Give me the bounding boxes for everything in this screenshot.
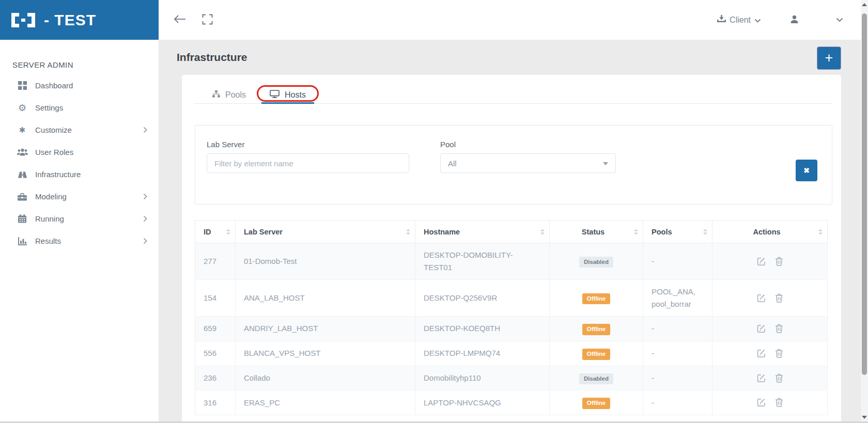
column-header-id[interactable]: ID	[195, 221, 236, 243]
delete-host-button[interactable]	[775, 293, 783, 304]
edit-host-button[interactable]	[756, 398, 766, 409]
host-lab-server: BLANCA_VPS_HOST	[236, 341, 415, 366]
trash-icon	[775, 324, 783, 335]
chevron-right-icon	[143, 215, 147, 222]
pool-select-value: All	[448, 159, 457, 168]
edit-icon	[756, 324, 766, 335]
sidebar-item-settings[interactable]: ⚙Settings	[0, 97, 159, 119]
cog-icon: ✱	[16, 126, 28, 134]
column-label: Lab Server	[244, 228, 283, 236]
tab-hosts[interactable]: Hosts	[261, 87, 314, 103]
sort-icon	[540, 229, 545, 234]
column-header-pools[interactable]: Pools	[643, 221, 712, 243]
host-hostname: DESKTOP-KOEQ8TH	[415, 317, 550, 341]
delete-host-button[interactable]	[775, 349, 783, 359]
edit-icon	[756, 293, 766, 304]
trash-icon	[775, 257, 783, 268]
download-icon	[717, 15, 726, 25]
topbar: Client	[159, 0, 861, 40]
column-label: ID	[204, 228, 211, 236]
edit-icon	[756, 398, 766, 409]
status-badge: Offline	[582, 293, 610, 305]
clear-filters-button[interactable]: ✖	[796, 160, 817, 181]
chevron-right-icon	[143, 193, 147, 200]
host-hostname: LAPTOP-NHVCSAQG	[415, 390, 550, 415]
sidebar-item-dashboard[interactable]: Dashboard	[0, 74, 159, 97]
host-lab-server: ANDRIY_LAB_HOST	[236, 317, 415, 341]
edit-icon	[756, 373, 766, 384]
brand-logo[interactable]: - TEST	[0, 0, 159, 40]
client-dropdown[interactable]: Client	[717, 15, 761, 25]
sidebar-item-label: Running	[35, 214, 64, 223]
host-id: 316	[195, 390, 236, 415]
edit-host-button[interactable]	[756, 257, 766, 268]
pool-select[interactable]: All	[440, 153, 616, 173]
sidebar: - TEST SERVER ADMIN Dashboard⚙Settings✱C…	[0, 0, 159, 423]
column-label: Hostname	[424, 228, 460, 236]
edit-host-button[interactable]	[756, 293, 766, 304]
edit-host-button[interactable]	[756, 373, 766, 384]
sidebar-item-label: Infrastructure	[35, 170, 81, 179]
edit-host-button[interactable]	[756, 324, 766, 335]
chevron-down-icon	[754, 15, 761, 25]
delete-host-button[interactable]	[775, 373, 783, 384]
back-arrow-icon	[173, 14, 187, 25]
brackets-logo-icon	[11, 13, 35, 27]
scrollbar-up-arrow[interactable]	[862, 3, 867, 6]
edit-host-button[interactable]	[756, 349, 766, 359]
hosts-table-body: 27701-Domob-TestDESKTOP-DOMOBILITY-TEST0…	[195, 243, 828, 415]
sidebar-item-running[interactable]: Running	[0, 208, 159, 230]
user-account-button[interactable]	[788, 13, 801, 27]
chart-icon	[16, 237, 28, 245]
chevron-right-icon	[143, 127, 147, 133]
grid-icon	[16, 81, 28, 90]
column-header-actions[interactable]: Actions	[712, 221, 828, 243]
main-content: Infrastructure + Pools	[159, 40, 861, 423]
trash-icon	[775, 349, 783, 359]
table-row: 154ANA_LAB_HOSTDESKTOP-Q256V9ROfflinePOO…	[195, 280, 828, 317]
sidebar-item-infrastructure[interactable]: Infrastructure	[0, 163, 159, 185]
tab-pools[interactable]: Pools	[204, 87, 254, 103]
vertical-scrollbar	[861, 0, 868, 423]
sidebar-item-label: Customize	[35, 126, 72, 134]
sidebar-item-user-roles[interactable]: User Roles	[0, 141, 159, 163]
sitemap-icon	[212, 90, 220, 100]
topbar-menu-button[interactable]	[834, 14, 845, 26]
plus-icon: +	[825, 51, 833, 65]
delete-host-button[interactable]	[775, 398, 783, 409]
column-header-hostname[interactable]: Hostname	[415, 221, 550, 243]
table-row: 27701-Domob-TestDESKTOP-DOMOBILITY-TEST0…	[195, 243, 828, 280]
lab-server-filter-input[interactable]	[207, 153, 409, 173]
hosts-table-header: IDLab ServerHostnameStatusPoolsActions	[195, 221, 828, 243]
status-badge: Offline	[582, 349, 610, 360]
person-icon	[790, 15, 799, 25]
scrollbar-down-arrow[interactable]	[862, 416, 867, 419]
table-row: 659ANDRIY_LAB_HOSTDESKTOP-KOEQ8THOffline…	[195, 317, 828, 341]
sidebar-item-modeling[interactable]: Modeling	[0, 185, 159, 208]
fullscreen-button[interactable]	[200, 12, 215, 28]
binoculars-icon	[16, 171, 28, 178]
column-label: Status	[582, 228, 605, 236]
back-button[interactable]	[171, 12, 189, 27]
sidebar-item-results[interactable]: Results	[0, 230, 159, 252]
scrollbar-thumb[interactable]	[862, 13, 867, 375]
delete-host-button[interactable]	[775, 257, 783, 268]
host-pools: -	[643, 317, 712, 341]
content-card: Pools Hosts	[182, 75, 841, 423]
trash-icon	[775, 293, 783, 304]
fullscreen-icon	[202, 14, 213, 26]
add-host-button[interactable]: +	[817, 46, 841, 70]
sidebar-item-customize[interactable]: ✱Customize	[0, 119, 159, 141]
column-header-lab-server[interactable]: Lab Server	[236, 221, 415, 243]
host-hostname: DESKTOP-Q256V9R	[415, 280, 550, 317]
hosts-table: IDLab ServerHostnameStatusPoolsActions 2…	[195, 220, 828, 415]
column-label: Pools	[652, 228, 672, 236]
host-id: 556	[195, 341, 236, 366]
chevron-right-icon	[143, 238, 147, 244]
users-icon	[16, 148, 28, 156]
sort-icon	[818, 229, 823, 234]
column-header-status[interactable]: Status	[550, 221, 643, 243]
delete-host-button[interactable]	[775, 324, 783, 335]
trash-icon	[775, 373, 783, 384]
host-hostname: DESKTOP-LMPMQ74	[415, 341, 550, 366]
